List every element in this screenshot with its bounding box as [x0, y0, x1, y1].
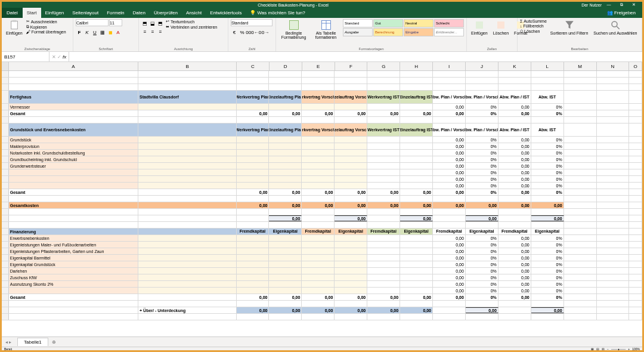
cell[interactable] — [237, 301, 270, 307]
cell[interactable]: Grunderwerbsteuer — [9, 163, 138, 169]
cell[interactable] — [433, 215, 466, 221]
cell[interactable] — [564, 150, 597, 156]
row-header[interactable] — [2, 156, 9, 162]
cell[interactable] — [138, 288, 236, 294]
cell[interactable] — [138, 183, 236, 189]
cell[interactable] — [433, 71, 466, 77]
cell[interactable]: 0,00 — [433, 150, 466, 156]
col-header[interactable]: K — [499, 62, 531, 70]
cell[interactable]: 0,00 — [237, 202, 270, 208]
cell[interactable]: Werkvertrag Vorschau — [302, 91, 335, 103]
cell[interactable] — [400, 288, 433, 294]
cell[interactable] — [629, 196, 642, 202]
cell[interactable]: 0% — [531, 248, 564, 254]
border-button[interactable]: ▦ — [99, 29, 106, 36]
row-header[interactable] — [2, 261, 9, 267]
cell[interactable] — [302, 183, 335, 189]
row-header[interactable] — [2, 163, 9, 169]
cell[interactable] — [269, 78, 302, 84]
cell[interactable] — [302, 314, 335, 320]
cell[interactable]: Einzelauftrag Plan — [269, 123, 302, 136]
cell[interactable] — [138, 229, 236, 234]
cell[interactable]: Erwerbsnebenkosten — [9, 235, 138, 241]
cell[interactable] — [531, 222, 564, 228]
view-normal-icon[interactable]: ▦ — [591, 347, 594, 351]
cell[interactable]: Eigenkapital Grundstück — [9, 261, 138, 267]
cell[interactable] — [629, 255, 642, 261]
cell[interactable] — [629, 281, 642, 287]
cell[interactable] — [367, 261, 400, 267]
cell[interactable]: 0,00 — [499, 281, 531, 287]
sheet-nav-last-icon[interactable]: ▸ — [9, 339, 11, 345]
cell[interactable]: Notarkosten inkl. Grundschuldbestellung — [9, 150, 138, 156]
cell[interactable] — [367, 215, 400, 221]
cell[interactable]: 0,00 — [269, 202, 302, 208]
cell[interactable] — [269, 248, 302, 254]
cell[interactable] — [269, 222, 302, 228]
row-header[interactable] — [2, 242, 9, 248]
row-header[interactable] — [2, 143, 9, 149]
row-header[interactable] — [2, 123, 9, 136]
cell[interactable]: 0,00 — [302, 110, 335, 116]
cell[interactable]: 0,00 — [499, 248, 531, 254]
cell[interactable]: Grundstück — [9, 137, 138, 143]
cell[interactable]: 0% — [531, 156, 564, 162]
row-header[interactable] — [2, 294, 9, 300]
cell[interactable] — [400, 274, 433, 280]
cell[interactable] — [302, 215, 335, 221]
cell[interactable] — [269, 209, 302, 215]
cell[interactable] — [138, 202, 236, 208]
cell[interactable]: 0% — [531, 255, 564, 261]
cell[interactable] — [269, 71, 302, 77]
col-header[interactable]: I — [433, 62, 466, 70]
cell[interactable] — [269, 255, 302, 261]
cell[interactable]: 0% — [531, 143, 564, 149]
cell[interactable] — [564, 117, 597, 123]
minimize-button[interactable]: — — [603, 2, 614, 7]
cell[interactable] — [433, 196, 466, 202]
cell[interactable] — [499, 314, 531, 320]
cell[interactable]: 0% — [531, 288, 564, 294]
cell[interactable] — [433, 222, 466, 228]
clear-button[interactable]: ◇Löschen — [520, 29, 547, 33]
cell[interactable] — [564, 163, 597, 169]
col-header[interactable]: A — [9, 62, 139, 70]
cell[interactable]: 0,00 — [433, 143, 466, 149]
cell[interactable] — [269, 288, 302, 294]
paste-button[interactable]: Einfügen — [4, 19, 24, 36]
row-header[interactable] — [2, 314, 9, 320]
style-ausgabe[interactable]: Ausgabe — [343, 28, 373, 36]
cell[interactable] — [237, 215, 270, 221]
cell[interactable] — [564, 84, 597, 90]
cell[interactable] — [400, 104, 433, 110]
cell[interactable] — [597, 110, 630, 116]
cell[interactable] — [269, 183, 302, 189]
cell[interactable] — [629, 229, 642, 234]
cell[interactable] — [597, 176, 630, 182]
cell[interactable]: 0% — [466, 110, 499, 116]
cell[interactable]: Abw. IST — [531, 91, 564, 103]
cell[interactable]: 0% — [531, 176, 564, 182]
cell[interactable] — [629, 123, 642, 136]
row-header[interactable] — [2, 91, 9, 103]
cell[interactable] — [335, 71, 367, 77]
cell[interactable] — [499, 84, 531, 90]
cell[interactable]: Fremdkapital — [302, 229, 335, 234]
cell[interactable]: 0,00 — [433, 268, 466, 274]
cell[interactable] — [237, 169, 270, 175]
cell[interactable]: 0,00 — [499, 156, 531, 162]
cell[interactable]: 0% — [531, 281, 564, 287]
cell[interactable]: 0,00 — [499, 163, 531, 169]
cell[interactable]: 0% — [466, 242, 499, 248]
cell[interactable]: Gesamt — [9, 294, 138, 300]
cell[interactable] — [138, 169, 236, 175]
cell[interactable] — [433, 314, 466, 320]
cell[interactable]: Fremdkapital — [237, 229, 270, 234]
underline-button[interactable]: U — [91, 29, 98, 36]
cell[interactable]: 0,00 — [269, 307, 302, 313]
cell[interactable] — [269, 274, 302, 280]
cell[interactable]: 0% — [466, 169, 499, 175]
cell[interactable] — [138, 274, 236, 280]
cell[interactable]: 0% — [531, 183, 564, 189]
align-bottom-button[interactable]: ⬒ — [157, 20, 164, 27]
